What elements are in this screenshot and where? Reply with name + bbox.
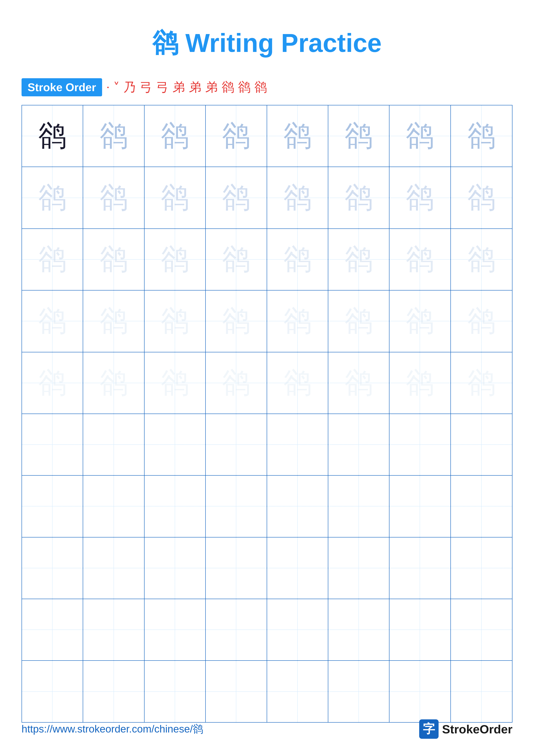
page: 鹆 Writing Practice Stroke Order · ˅ 乃 弓 … [0,0,534,756]
grid-cell-2-1[interactable]: 鹆 [22,167,83,228]
grid-cell-1-8[interactable]: 鹆 [451,105,512,167]
grid-cell-10-1[interactable] [22,661,83,722]
grid-cell-3-5[interactable]: 鹆 [267,229,328,290]
logo-char: 字 [423,721,435,737]
grid-cell-10-7[interactable] [390,661,451,722]
grid-cell-3-4[interactable]: 鹆 [206,229,267,290]
grid-cell-8-7[interactable] [390,537,451,599]
grid-cell-3-8[interactable]: 鹆 [451,229,512,290]
stroke-step-2: ˅ [113,80,119,94]
grid-cell-5-5[interactable]: 鹆 [267,352,328,414]
grid-cell-7-4[interactable] [206,475,267,537]
grid-cell-7-8[interactable] [451,475,512,537]
grid-cell-9-4[interactable] [206,599,267,660]
grid-cell-9-6[interactable] [328,599,390,660]
grid-cell-8-1[interactable] [22,537,83,599]
grid-cell-2-3[interactable]: 鹆 [144,167,206,228]
grid-cell-8-8[interactable] [451,537,512,599]
grid-cell-7-5[interactable] [267,475,328,537]
grid-cell-10-8[interactable] [451,661,512,722]
grid-cell-3-7[interactable]: 鹆 [390,229,451,290]
stroke-step-3: 乃 [123,79,136,96]
footer-url[interactable]: https://www.strokeorder.com/chinese/鹆 [21,722,203,736]
grid-cell-3-1[interactable]: 鹆 [22,229,83,290]
grid-cell-4-7[interactable]: 鹆 [390,290,451,352]
stroke-order-row: Stroke Order · ˅ 乃 弓 弓 弟 弟 弟 鹆 鹆 鹆 [21,78,513,96]
grid-cell-6-7[interactable] [390,414,451,475]
grid-cell-1-5[interactable]: 鹆 [267,105,328,167]
page-title: 鹆 Writing Practice [21,26,513,61]
grid-cell-5-3[interactable]: 鹆 [144,352,206,414]
grid-cell-7-3[interactable] [144,475,206,537]
grid-cell-9-2[interactable] [83,599,144,660]
grid-cell-9-8[interactable] [451,599,512,660]
grid-cell-10-4[interactable] [206,661,267,722]
grid-cell-4-4[interactable]: 鹆 [206,290,267,352]
grid-cell-6-8[interactable] [451,414,512,475]
grid-cell-10-3[interactable] [144,661,206,722]
grid-cell-6-1[interactable] [22,414,83,475]
grid-cell-9-7[interactable] [390,599,451,660]
grid-cell-8-3[interactable] [144,537,206,599]
grid-cell-10-5[interactable] [267,661,328,722]
grid-cell-9-3[interactable] [144,599,206,660]
stroke-order-badge[interactable]: Stroke Order [21,78,102,96]
grid-cell-10-2[interactable] [83,661,144,722]
grid-cell-6-6[interactable] [328,414,390,475]
footer: https://www.strokeorder.com/chinese/鹆 字 … [21,719,513,739]
grid-cell-5-8[interactable]: 鹆 [451,352,512,414]
grid-cell-2-4[interactable]: 鹆 [206,167,267,228]
stroke-step-1: · [106,80,110,94]
grid-cell-6-2[interactable] [83,414,144,475]
grid-cell-1-7[interactable]: 鹆 [390,105,451,167]
grid-row-3: 鹆 鹆 鹆 鹆 鹆 鹆 鹆 鹆 [22,229,512,290]
grid-cell-5-2[interactable]: 鹆 [83,352,144,414]
grid-cell-2-8[interactable]: 鹆 [451,167,512,228]
grid-cell-5-6[interactable]: 鹆 [328,352,390,414]
grid-cell-4-3[interactable]: 鹆 [144,290,206,352]
grid-cell-7-1[interactable] [22,475,83,537]
grid-cell-1-4[interactable]: 鹆 [206,105,267,167]
writing-grid: 鹆 鹆 鹆 鹆 鹆 鹆 鹆 鹆 鹆 鹆 鹆 鹆 鹆 鹆 鹆 鹆 鹆 鹆 鹆 鹆 … [21,105,513,723]
grid-cell-2-7[interactable]: 鹆 [390,167,451,228]
grid-cell-7-6[interactable] [328,475,390,537]
grid-cell-1-1[interactable]: 鹆 [22,105,83,167]
grid-cell-4-2[interactable]: 鹆 [83,290,144,352]
grid-cell-1-3[interactable]: 鹆 [144,105,206,167]
grid-cell-10-6[interactable] [328,661,390,722]
grid-cell-5-1[interactable]: 鹆 [22,352,83,414]
grid-cell-6-4[interactable] [206,414,267,475]
grid-cell-2-6[interactable]: 鹆 [328,167,390,228]
grid-cell-7-7[interactable] [390,475,451,537]
stroke-step-4: 弓 [140,79,152,96]
grid-cell-5-7[interactable]: 鹆 [390,352,451,414]
grid-cell-3-6[interactable]: 鹆 [328,229,390,290]
grid-cell-7-2[interactable] [83,475,144,537]
grid-cell-2-2[interactable]: 鹆 [83,167,144,228]
grid-cell-4-1[interactable]: 鹆 [22,290,83,352]
grid-cell-2-5[interactable]: 鹆 [267,167,328,228]
grid-cell-4-8[interactable]: 鹆 [451,290,512,352]
title-char: 鹆 [152,28,178,57]
grid-cell-9-1[interactable] [22,599,83,660]
logo-text: StrokeOrder [442,722,513,736]
grid-cell-4-6[interactable]: 鹆 [328,290,390,352]
grid-cell-3-3[interactable]: 鹆 [144,229,206,290]
grid-cell-5-4[interactable]: 鹆 [206,352,267,414]
stroke-step-11: 鹆 [254,79,267,96]
grid-cell-6-3[interactable] [144,414,206,475]
grid-cell-8-2[interactable] [83,537,144,599]
grid-cell-8-4[interactable] [206,537,267,599]
grid-cell-3-2[interactable]: 鹆 [83,229,144,290]
stroke-step-10: 鹆 [238,79,250,96]
grid-row-10 [22,661,512,722]
grid-cell-9-5[interactable] [267,599,328,660]
grid-cell-8-5[interactable] [267,537,328,599]
grid-cell-6-5[interactable] [267,414,328,475]
footer-logo: 字 StrokeOrder [419,719,513,739]
grid-cell-1-6[interactable]: 鹆 [328,105,390,167]
stroke-step-7: 弟 [189,79,201,96]
grid-cell-4-5[interactable]: 鹆 [267,290,328,352]
grid-cell-1-2[interactable]: 鹆 [83,105,144,167]
grid-cell-8-6[interactable] [328,537,390,599]
